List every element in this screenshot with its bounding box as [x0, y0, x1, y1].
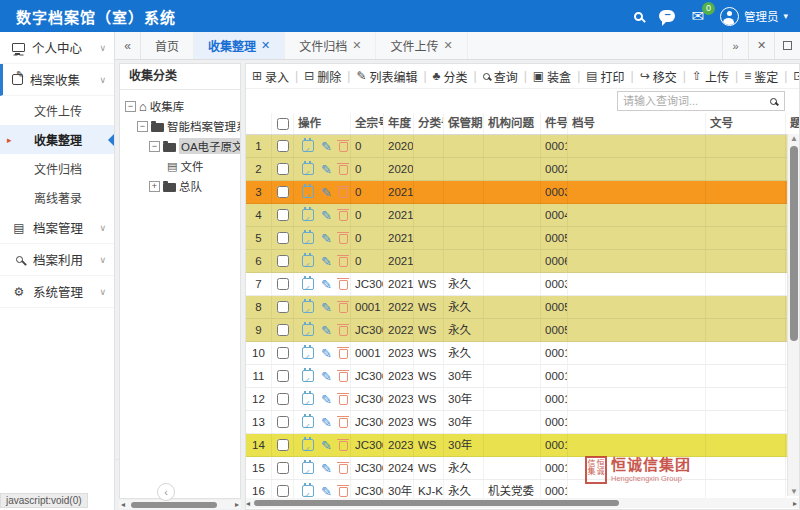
row-checkbox[interactable]: [277, 347, 289, 359]
row-checkbox[interactable]: [277, 163, 289, 175]
close-icon[interactable]: ✕: [444, 39, 453, 52]
column-header[interactable]: 全宗号: [351, 113, 384, 134]
delete-icon[interactable]: [339, 234, 348, 244]
tab-file-upload[interactable]: 文件上传 ✕: [376, 32, 467, 59]
delete-icon[interactable]: [339, 280, 348, 290]
tree-node-general-team[interactable]: + 总队: [125, 176, 240, 196]
delete-icon[interactable]: [339, 487, 348, 497]
table-row[interactable]: 12✎JC3062023WS30年0001111: [246, 388, 800, 411]
chat-icon[interactable]: [659, 10, 675, 22]
close-all-tabs-icon[interactable]: ✕: [748, 32, 774, 59]
delete-icon[interactable]: [339, 303, 348, 313]
edit-icon[interactable]: ✎: [321, 324, 332, 337]
table-row[interactable]: 3✎020210003测试: [246, 181, 800, 204]
vertical-scrollbar[interactable]: ▲ ▼: [787, 134, 799, 496]
scroll-left-icon[interactable]: ◂: [246, 499, 250, 508]
calendar-check-icon[interactable]: [302, 324, 314, 336]
sidebar-item-collection-organize[interactable]: 收集整理: [0, 125, 114, 154]
toolbar-delete-button[interactable]: ⊟删除: [304, 68, 341, 85]
sidebar-item-archive-management[interactable]: ▤ 档案管理 ∨: [0, 212, 114, 244]
table-row[interactable]: 6✎020210006测试: [246, 250, 800, 273]
select-all-checkbox[interactable]: [277, 118, 289, 130]
tab-file-archive[interactable]: 文件归档 ✕: [285, 32, 376, 59]
table-row[interactable]: 9✎JC3062022WS永久0005测试: [246, 319, 800, 342]
delete-icon[interactable]: [339, 441, 348, 451]
edit-icon[interactable]: ✎: [321, 209, 332, 222]
expand-toggle-icon[interactable]: +: [149, 181, 160, 192]
row-checkbox[interactable]: [277, 416, 289, 428]
column-header[interactable]: 机构问题: [484, 113, 541, 134]
toolbar-archive-button[interactable]: ⊡归档: [793, 68, 799, 85]
delete-icon[interactable]: [339, 395, 348, 405]
edit-icon[interactable]: ✎: [321, 439, 332, 452]
column-header[interactable]: 题名: [786, 113, 800, 134]
tree-node-file[interactable]: ▤ 文件: [125, 156, 240, 176]
table-row[interactable]: 11✎JC3062023WS30年0001111: [246, 365, 800, 388]
toolbar-list-edit-button[interactable]: ✎列表编辑: [356, 68, 417, 85]
tab-home[interactable]: 首页: [141, 32, 194, 59]
edit-icon[interactable]: ✎: [321, 163, 332, 176]
delete-icon[interactable]: [339, 257, 348, 267]
scroll-right-icon[interactable]: ▸: [793, 499, 797, 508]
sidebar-item-archive-utilization[interactable]: 档案利用 ∨: [0, 244, 114, 276]
column-header[interactable]: 件号: [541, 113, 568, 134]
toolbar-search-button[interactable]: 查询: [483, 68, 518, 85]
delete-icon[interactable]: [339, 326, 348, 336]
scrollbar-thumb[interactable]: [254, 500, 619, 506]
tabs-scroll-right-icon[interactable]: »: [722, 32, 748, 59]
panel-collapse-button[interactable]: ‹: [157, 483, 175, 501]
calendar-check-icon[interactable]: [302, 416, 314, 428]
row-checkbox[interactable]: [277, 393, 289, 405]
sidebar-item-file-upload[interactable]: 文件上传: [0, 96, 114, 125]
calendar-check-icon[interactable]: [302, 186, 314, 198]
sidebar-item-personal-center[interactable]: 个人中心 ∨: [0, 32, 114, 64]
table-row[interactable]: 15✎JC3062024WS永久0001202: [246, 457, 800, 480]
table-row[interactable]: 13✎JC3062023WS30年0001111: [246, 411, 800, 434]
row-checkbox[interactable]: [277, 140, 289, 152]
column-header[interactable]: 文号: [706, 113, 786, 134]
calendar-check-icon[interactable]: [302, 140, 314, 152]
toolbar-transfer-button[interactable]: ↪移交: [640, 68, 677, 85]
delete-icon[interactable]: [339, 464, 348, 474]
calendar-check-icon[interactable]: [302, 301, 314, 313]
table-row[interactable]: 14✎JC3062023WS30年0001111: [246, 434, 800, 457]
edit-icon[interactable]: ✎: [321, 485, 332, 498]
sidebar-item-file-archive[interactable]: 文件归档: [0, 154, 114, 183]
delete-icon[interactable]: [339, 372, 348, 382]
column-header[interactable]: 操作: [294, 113, 351, 134]
table-row[interactable]: 5✎020210005测试: [246, 227, 800, 250]
row-checkbox[interactable]: [277, 485, 289, 497]
calendar-check-icon[interactable]: [302, 163, 314, 175]
edit-icon[interactable]: ✎: [321, 140, 332, 153]
calendar-check-icon[interactable]: [302, 393, 314, 405]
delete-icon[interactable]: [339, 418, 348, 428]
calendar-check-icon[interactable]: [302, 255, 314, 267]
delete-icon[interactable]: [339, 349, 348, 359]
delete-icon[interactable]: [339, 142, 348, 152]
toolbar-box-button[interactable]: ▣装盒: [533, 68, 571, 85]
edit-icon[interactable]: ✎: [321, 301, 332, 314]
search-button[interactable]: [762, 92, 784, 110]
scrollbar-thumb[interactable]: [131, 502, 217, 508]
calendar-check-icon[interactable]: [302, 347, 314, 359]
delete-icon[interactable]: [339, 165, 348, 175]
edit-icon[interactable]: ✎: [321, 278, 332, 291]
edit-icon[interactable]: ✎: [321, 370, 332, 383]
edit-icon[interactable]: ✎: [321, 393, 332, 406]
edit-icon[interactable]: ✎: [321, 347, 332, 360]
toolbar-upload-button[interactable]: ⇧上传: [692, 68, 729, 85]
collapse-toggle-icon[interactable]: −: [125, 101, 136, 112]
calendar-check-icon[interactable]: [302, 462, 314, 474]
row-checkbox[interactable]: [277, 209, 289, 221]
table-row[interactable]: 10✎00012023WS永久0001111: [246, 342, 800, 365]
row-checkbox[interactable]: [277, 370, 289, 382]
column-header[interactable]: 保管期限: [444, 113, 484, 134]
tree-node-oa-online-archive[interactable]: − OA电子原文在线归档: [125, 136, 240, 156]
table-row[interactable]: 2✎020200002测试: [246, 158, 800, 181]
row-checkbox[interactable]: [277, 255, 289, 267]
row-checkbox[interactable]: [277, 186, 289, 198]
delete-icon[interactable]: [339, 188, 348, 198]
tabs-scroll-left-icon[interactable]: «: [115, 32, 141, 59]
close-icon[interactable]: ✕: [352, 39, 361, 52]
toolbar-add-button[interactable]: ⊞录入: [252, 68, 289, 85]
